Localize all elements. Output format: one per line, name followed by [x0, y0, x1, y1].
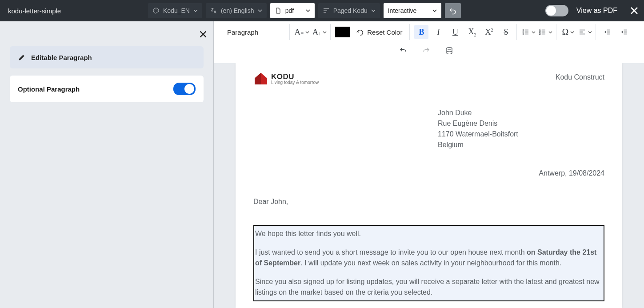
format-select[interactable]: pdf [270, 3, 315, 18]
reset-color-label: Reset Color [367, 28, 402, 36]
recipient-street: Rue Eugène Denis [438, 118, 604, 129]
view-as-pdf-button[interactable]: View as PDF [576, 7, 617, 15]
svg-point-0 [155, 10, 156, 11]
editor-toolbar: Paragraph A≡ A↕ Reset Color [214, 21, 644, 63]
chevron-down-icon [305, 30, 309, 34]
pdf-toggle[interactable] [545, 5, 568, 16]
greeting: Dear John, [253, 196, 604, 207]
close-icon[interactable] [629, 5, 640, 16]
font-size-icon: A↕ [312, 27, 321, 37]
document-icon [275, 7, 282, 14]
svg-text:3: 3 [539, 32, 540, 35]
svg-point-4 [523, 32, 524, 32]
editable-p1: We hope this letter finds you well. [255, 228, 603, 239]
strikethrough-icon: S [504, 28, 508, 37]
numbered-list-button[interactable]: 123 [538, 25, 552, 39]
paragraph-style-select[interactable]: Paragraph [222, 28, 286, 36]
date-line: Antwerp, 19/08/2024 [253, 168, 604, 179]
chevron-down-icon [570, 30, 574, 34]
editable-paragraph-box[interactable]: We hope this letter finds you well. I ju… [253, 225, 604, 301]
document-page: KODU Living today & tomorrow Kodu Constr… [236, 63, 622, 308]
underline-button[interactable]: U [448, 25, 462, 39]
bold-button[interactable]: B [414, 25, 428, 39]
numbered-list-icon: 123 [539, 28, 547, 36]
chevron-down-icon [532, 30, 536, 34]
optional-toggle[interactable] [173, 83, 196, 95]
italic-icon: I [437, 28, 440, 37]
close-icon[interactable] [198, 29, 208, 39]
indent-button[interactable] [600, 25, 615, 39]
logo-tagline: Living today & tomorrow [271, 80, 319, 85]
strikethrough-button[interactable]: S [499, 25, 513, 39]
redo-icon [422, 47, 430, 55]
recipient-country: Belgium [438, 140, 604, 150]
superscript-icon: X2 [485, 28, 493, 37]
svg-point-1 [156, 9, 156, 10]
svg-point-5 [523, 33, 524, 34]
translate-icon [210, 7, 217, 14]
language-label: (en) English [221, 7, 254, 14]
chevron-down-icon [432, 8, 437, 13]
redo-button[interactable] [419, 44, 433, 58]
outdent-button[interactable] [617, 25, 632, 39]
editable-p3: Since you also signed up for listing upd… [255, 276, 603, 298]
language-select[interactable]: (en) English [206, 3, 267, 18]
align-icon [578, 28, 586, 36]
bold-icon: B [419, 28, 424, 37]
chevron-down-icon [371, 8, 376, 13]
reset-icon [356, 28, 364, 36]
revert-button[interactable] [445, 3, 461, 18]
palette-icon [152, 7, 160, 14]
topbar: kodu-letter-simple Kodu_EN (en) English … [0, 0, 644, 21]
reset-color-button[interactable]: Reset Color [353, 28, 406, 36]
italic-button[interactable]: I [431, 25, 445, 39]
chevron-down-icon [323, 30, 327, 34]
svg-point-2 [157, 10, 158, 11]
format-label: pdf [285, 7, 294, 14]
page-canvas[interactable]: KODU Living today & tomorrow Kodu Constr… [214, 63, 644, 308]
svg-point-3 [523, 29, 524, 30]
superscript-button[interactable]: X2 [482, 25, 496, 39]
undo-button[interactable] [396, 44, 410, 58]
chevron-down-icon [306, 8, 310, 13]
sidebar-item-label: Editable Paragraph [31, 54, 92, 61]
logo: KODU Living today & tomorrow [253, 72, 319, 85]
sidebar-item-label: Optional Paragraph [18, 85, 80, 93]
font-size-select[interactable]: A↕ [312, 25, 327, 39]
subscript-button[interactable]: X2 [465, 25, 479, 39]
font-family-icon: A≡ [294, 27, 304, 37]
bullet-list-icon [522, 28, 530, 36]
data-button[interactable] [442, 44, 456, 58]
recipient-address: John Duke Rue Eugène Denis 1170 Watermae… [438, 108, 604, 150]
logo-name: KODU [271, 73, 319, 80]
sidebar-item-editable-paragraph[interactable]: Editable Paragraph [10, 46, 204, 68]
align-button[interactable] [578, 25, 592, 39]
output-select[interactable]: Paged Kodu [318, 3, 380, 18]
omega-icon: Ω [562, 27, 569, 37]
sidebar-item-optional-paragraph[interactable]: Optional Paragraph [10, 76, 204, 102]
toggle-knob [184, 84, 194, 94]
mode-label: Interactive [388, 7, 417, 14]
paragraph-style-label: Paragraph [227, 28, 258, 36]
theme-select[interactable]: Kodu_EN [148, 3, 202, 18]
mode-select[interactable]: Interactive [384, 3, 441, 18]
theme-label: Kodu_EN [163, 7, 190, 14]
special-char-button[interactable]: Ω [561, 25, 575, 39]
subscript-icon: X2 [468, 27, 476, 37]
bullet-list-button[interactable] [521, 25, 536, 39]
database-icon [445, 47, 453, 55]
output-label: Paged Kodu [333, 7, 368, 14]
undo-icon [449, 7, 457, 15]
editable-p2: I just wanted to send you a short messag… [255, 247, 603, 268]
recipient-city: 1170 Watermael-Boitsfort [438, 129, 604, 140]
undo-icon [399, 47, 407, 55]
recipient-name: John Duke [438, 108, 604, 118]
chevron-down-icon [548, 30, 552, 34]
text-color-swatch[interactable] [335, 27, 350, 37]
document-title: kodu-letter-simple [4, 7, 144, 15]
toggle-knob [546, 6, 556, 16]
underline-icon: U [452, 28, 458, 37]
font-family-select[interactable]: A≡ [294, 25, 309, 39]
chevron-down-icon [258, 8, 262, 13]
logo-icon [253, 72, 268, 85]
